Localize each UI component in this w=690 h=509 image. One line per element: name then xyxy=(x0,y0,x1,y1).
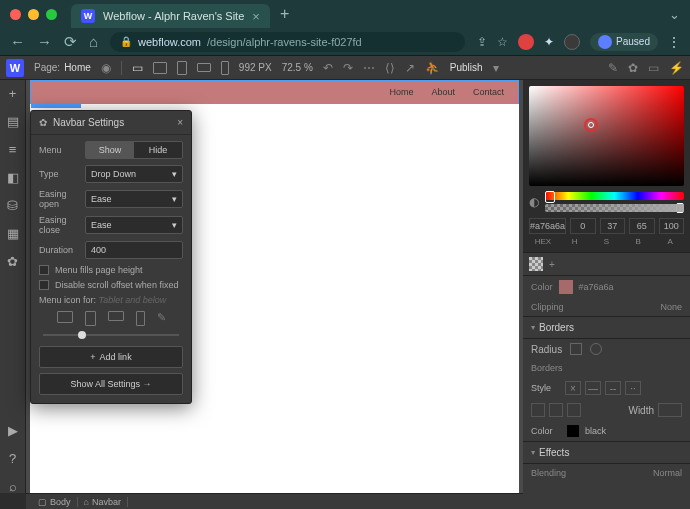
kebab-menu-icon[interactable]: ⋮ xyxy=(668,35,680,49)
hue-slider[interactable] xyxy=(545,192,684,200)
s-input[interactable]: 37 xyxy=(600,218,625,234)
current-swatch[interactable] xyxy=(529,257,543,271)
device-desktop-button[interactable] xyxy=(57,311,73,323)
minimize-window-button[interactable] xyxy=(28,9,39,20)
nav-link-about[interactable]: About xyxy=(431,87,455,97)
layout-icon[interactable]: ▭ xyxy=(132,61,143,75)
webflow-logo[interactable]: W xyxy=(6,59,24,77)
add-link-button[interactable]: +Add link xyxy=(39,346,183,368)
share-icon[interactable]: ⇪ xyxy=(477,35,487,49)
breakpoint-slider[interactable] xyxy=(43,334,179,336)
home-button[interactable]: ⌂ xyxy=(89,33,98,50)
fills-height-checkbox-row[interactable]: Menu fills page height xyxy=(39,265,183,275)
border-top-button[interactable] xyxy=(549,403,563,417)
chevron-down-icon[interactable]: ⌄ xyxy=(669,7,680,22)
duration-input[interactable]: 400 xyxy=(85,241,183,259)
nav-link-home[interactable]: Home xyxy=(389,87,413,97)
zoom-level[interactable]: 72.5 % xyxy=(282,62,313,73)
menu-hide-button[interactable]: Hide xyxy=(134,142,182,158)
redo-button[interactable]: ↷ xyxy=(343,61,353,75)
close-popover-button[interactable]: × xyxy=(177,117,183,128)
close-window-button[interactable] xyxy=(10,9,21,20)
eyedropper-icon[interactable]: ◐ xyxy=(529,195,539,209)
navbar-element[interactable]: Home About Contact xyxy=(30,80,519,104)
code-icon[interactable]: ⟨⟩ xyxy=(385,61,395,75)
breadcrumb-navbar[interactable]: ⌂Navbar xyxy=(78,497,128,507)
breadcrumb-body[interactable]: ▢Body xyxy=(32,497,78,507)
pages-icon[interactable]: ▤ xyxy=(6,114,20,128)
profile-chip[interactable]: Paused xyxy=(590,33,658,51)
style-solid-button[interactable]: — xyxy=(585,381,601,395)
disable-scroll-checkbox-row[interactable]: Disable scroll offset when fixed xyxy=(39,280,183,290)
settings-rail-icon[interactable]: ✿ xyxy=(6,254,20,268)
border-all-button[interactable] xyxy=(531,403,545,417)
cms-icon[interactable]: ◧ xyxy=(6,170,20,184)
borders-section-header[interactable]: Borders xyxy=(523,316,690,339)
nav-link-contact[interactable]: Contact xyxy=(473,87,504,97)
edit-icon[interactable]: ✎ xyxy=(157,311,166,326)
alpha-slider[interactable] xyxy=(545,204,684,212)
device-tablet-button[interactable] xyxy=(85,311,96,326)
mobile-landscape-button[interactable] xyxy=(197,63,211,72)
style-dashed-button[interactable]: -- xyxy=(605,381,621,395)
extension-1-icon[interactable] xyxy=(518,34,534,50)
new-tab-button[interactable]: + xyxy=(280,5,289,23)
preview-icon[interactable]: ◉ xyxy=(101,61,111,75)
blending-value[interactable]: Normal xyxy=(653,468,682,478)
mobile-portrait-button[interactable] xyxy=(221,61,229,75)
effects-section-header[interactable]: Effects xyxy=(523,441,690,464)
color-thumb[interactable] xyxy=(584,118,598,132)
browser-tab[interactable]: W Webflow - Alphr Raven's Site × xyxy=(71,4,270,28)
reload-button[interactable]: ⟳ xyxy=(64,33,77,51)
border-right-button[interactable] xyxy=(567,403,581,417)
style-none-button[interactable]: × xyxy=(565,381,581,395)
more-icon[interactable]: ⋯ xyxy=(363,61,375,75)
chevron-down-icon[interactable]: ▾ xyxy=(493,61,499,75)
color-swatch[interactable] xyxy=(559,280,573,294)
menu-show-button[interactable]: Show xyxy=(86,142,134,158)
radius-round-button[interactable] xyxy=(590,343,602,355)
desktop-device-button[interactable] xyxy=(153,62,167,74)
clipping-value[interactable]: None xyxy=(660,302,682,312)
color-field[interactable] xyxy=(529,86,684,186)
page-selector[interactable]: Page: Home xyxy=(34,62,91,73)
navigator-icon[interactable]: ≡ xyxy=(6,142,20,156)
show-all-settings-button[interactable]: Show All Settings → xyxy=(39,373,183,395)
back-button[interactable]: ← xyxy=(10,33,25,50)
undo-button[interactable]: ↶ xyxy=(323,61,333,75)
tablet-device-button[interactable] xyxy=(177,61,187,75)
maximize-window-button[interactable] xyxy=(46,9,57,20)
extensions-menu-icon[interactable]: ✦ xyxy=(544,35,554,49)
star-icon[interactable]: ☆ xyxy=(497,35,508,49)
export-icon[interactable]: ↗ xyxy=(405,61,415,75)
ecommerce-icon[interactable]: ⛁ xyxy=(6,198,20,212)
canvas-width[interactable]: 992 PX xyxy=(239,62,272,73)
video-icon[interactable]: ▶ xyxy=(6,423,20,437)
hex-input[interactable]: #a76a6a xyxy=(529,218,566,234)
publish-button[interactable]: Publish xyxy=(450,62,483,73)
assets-icon[interactable]: ▦ xyxy=(6,226,20,240)
b-input[interactable]: 65 xyxy=(629,218,654,234)
type-select[interactable]: Drop Down▾ xyxy=(85,165,183,183)
interactions-icon[interactable]: ⚡ xyxy=(669,61,684,75)
close-tab-button[interactable]: × xyxy=(252,9,260,24)
easing-close-select[interactable]: Ease▾ xyxy=(85,216,183,234)
help-icon[interactable]: ? xyxy=(6,451,20,465)
settings-icon[interactable]: ✿ xyxy=(628,61,638,75)
width-input[interactable] xyxy=(658,403,682,417)
slider-knob[interactable] xyxy=(78,331,86,339)
add-swatch-button[interactable]: + xyxy=(549,259,555,270)
brush-icon[interactable]: ✎ xyxy=(608,61,618,75)
forward-button[interactable]: → xyxy=(37,33,52,50)
element-settings-icon[interactable]: ▭ xyxy=(648,61,659,75)
style-dotted-button[interactable]: ·· xyxy=(625,381,641,395)
selection-handle[interactable] xyxy=(31,103,81,108)
device-mobile-button[interactable] xyxy=(136,311,145,326)
a-input[interactable]: 100 xyxy=(659,218,684,234)
address-bar[interactable]: 🔒 webflow.com /design/alphr-ravens-site-… xyxy=(110,32,465,52)
h-input[interactable]: 0 xyxy=(570,218,595,234)
search-icon[interactable]: ⌕ xyxy=(6,479,20,493)
extension-2-icon[interactable] xyxy=(564,34,580,50)
easing-open-select[interactable]: Ease▾ xyxy=(85,190,183,208)
border-color-swatch[interactable] xyxy=(567,425,579,437)
